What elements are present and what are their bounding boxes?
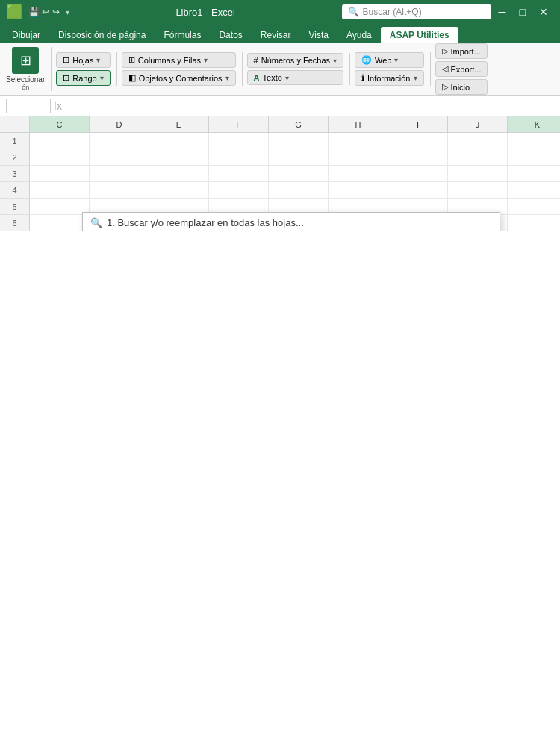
export-icon: ◁ — [442, 64, 448, 74]
texto-button[interactable]: A Texto ▾ — [247, 70, 343, 85]
table-row: 3 — [0, 166, 560, 182]
ribbon-group-import: ▷ Import... ◁ Export... ▷ Inicio — [435, 43, 491, 95]
dropdown-search-icon: 🔍 — [90, 217, 102, 228]
formula-divider: fx — [54, 100, 62, 112]
col-header-k[interactable]: K — [508, 116, 560, 132]
hojas-chevron: ▾ — [96, 56, 100, 64]
ribbon-tabs: Dibujar Disposición de página Fórmulas D… — [0, 24, 560, 43]
import-button[interactable]: ▷ Import... — [435, 43, 488, 59]
col-header-f[interactable]: F — [209, 116, 269, 132]
cell-c1[interactable] — [30, 133, 90, 149]
cell-h1[interactable] — [329, 133, 388, 149]
tab-ayuda[interactable]: Ayuda — [337, 27, 381, 43]
col-header-i[interactable]: I — [388, 116, 448, 132]
ribbon: ⊞ Seleccionar ón ⊞ Hojas ▾ ⊟ Rango ▾ ⊞ C… — [0, 43, 560, 96]
tab-formulas[interactable]: Fórmulas — [155, 27, 210, 43]
hojas-button[interactable]: ⊞ Hojas ▾ — [56, 52, 110, 68]
col-header-c[interactable]: C — [30, 116, 90, 132]
texto-chevron: ▾ — [285, 74, 289, 82]
informacion-icon: ℹ — [361, 73, 364, 83]
numeros-icon: # — [254, 56, 258, 65]
table-row: 2 — [0, 149, 560, 166]
row-num-3: 3 — [0, 166, 30, 182]
inicio-button[interactable]: ▷ Inicio — [435, 79, 488, 95]
seleccionar-icon: ⊞ — [12, 47, 39, 74]
informacion-chevron: ▾ — [414, 74, 417, 82]
row-num-2: 2 — [0, 149, 30, 166]
cell-j1[interactable] — [448, 133, 508, 149]
cell-d1[interactable] — [90, 133, 149, 149]
rango-button[interactable]: ⊟ Rango ▾ — [56, 70, 110, 86]
objetos-chevron: ▾ — [225, 74, 229, 82]
tab-revisar[interactable]: Revisar — [252, 27, 300, 43]
search-bar[interactable]: 🔍 Buscar (Alt+Q) — [342, 4, 491, 19]
col-header-h[interactable]: H — [329, 116, 388, 132]
numeros-chevron: ▾ — [333, 57, 337, 65]
col-header-row: C D E F G H I J K — [0, 116, 560, 133]
name-box[interactable] — [6, 99, 51, 113]
row-num-5: 5 — [0, 199, 30, 215]
ribbon-group-numeros: # Números y Fechas ▾ A Texto ▾ — [247, 53, 350, 85]
title-bar-right: 🔍 Buscar (Alt+Q) ─ □ ✕ — [342, 4, 554, 19]
seleccionar-subtitle: ón — [22, 84, 29, 91]
cell-f1[interactable] — [209, 133, 269, 149]
ribbon-group-web: 🌐 Web ▾ ℹ Información ▾ — [355, 52, 430, 86]
row-num-1: 1 — [0, 133, 30, 149]
search-placeholder: Buscar (Alt+Q) — [363, 7, 422, 17]
cell-k1[interactable] — [508, 133, 560, 149]
cell-e1[interactable] — [149, 133, 209, 149]
rango-chevron: ▾ — [100, 74, 104, 82]
row-num-4: 4 — [0, 182, 30, 199]
maximize-button[interactable]: □ — [514, 4, 532, 19]
ribbon-group-seleccionar: ⊞ Seleccionar ón — [6, 47, 52, 91]
columnas-chevron: ▾ — [204, 56, 208, 64]
tab-asap-utilities[interactable]: ASAP Utilities — [381, 27, 458, 43]
row-num-col-header — [0, 116, 30, 132]
inicio-icon: ▷ — [442, 82, 448, 92]
formula-bar: fx — [0, 96, 560, 116]
spreadsheet-area: C D E F G H I J K 1 2 3 4 5 6 🔍 1. Busca… — [0, 116, 560, 231]
columnas-icon: ⊞ — [128, 55, 135, 65]
col-header-e[interactable]: E — [149, 116, 209, 132]
web-icon: 🌐 — [361, 55, 372, 65]
cell-i1[interactable] — [388, 133, 448, 149]
tab-datos[interactable]: Datos — [210, 27, 251, 43]
title-chevron: ▾ — [66, 8, 69, 16]
close-button[interactable]: ✕ — [533, 4, 554, 19]
web-button[interactable]: 🌐 Web ▾ — [355, 52, 423, 68]
hojas-icon: ⊞ — [63, 55, 69, 65]
objetos-icon: ◧ — [128, 73, 136, 83]
export-button[interactable]: ◁ Export... — [435, 61, 488, 77]
table-row: 4 — [0, 182, 560, 199]
seleccionar-label: Seleccionar — [6, 75, 45, 84]
row-num-6: 6 — [0, 215, 30, 231]
cell-g1[interactable] — [269, 133, 329, 149]
col-header-d[interactable]: D — [90, 116, 149, 132]
numeros-button[interactable]: # Números y Fechas ▾ — [247, 53, 343, 68]
rango-icon: ⊟ — [63, 73, 69, 83]
tab-dibujar[interactable]: Dibujar — [3, 27, 49, 43]
dropdown-search-row: 🔍 1. Buscar y/o reemplazar en todas las … — [83, 213, 500, 231]
col-header-g[interactable]: G — [269, 116, 329, 132]
search-icon: 🔍 — [348, 7, 359, 17]
columnas-button[interactable]: ⊞ Columnas y Filas ▾ — [122, 52, 236, 68]
title-bar: 🟩 💾 ↩ ↪ ▾ Libro1 - Excel 🔍 Buscar (Alt+Q… — [0, 0, 560, 24]
col-header-j[interactable]: J — [448, 116, 508, 132]
tab-disposicion[interactable]: Disposición de página — [49, 27, 155, 43]
dropdown-menu: 🔍 1. Buscar y/o reemplazar en todas las … — [82, 212, 500, 231]
workbook-title: Libro1 - Excel — [75, 7, 336, 18]
informacion-button[interactable]: ℹ Información ▾ — [355, 70, 423, 86]
web-chevron: ▾ — [394, 56, 398, 64]
table-row: 1 — [0, 133, 560, 149]
dropdown-search-text[interactable]: 1. Buscar y/o reemplazar en todas las ho… — [107, 217, 492, 228]
ribbon-group-columnas: ⊞ Columnas y Filas ▾ ◧ Objetos y Comenta… — [122, 52, 243, 86]
import-icon: ▷ — [442, 46, 448, 56]
texto-icon: A — [254, 73, 260, 82]
ribbon-group-hojas-rango: ⊞ Hojas ▾ ⊟ Rango ▾ — [56, 52, 116, 86]
tab-vista[interactable]: Vista — [300, 27, 337, 43]
quick-access-toolbar: 💾 ↩ ↪ — [28, 7, 60, 17]
minimize-button[interactable]: ─ — [493, 4, 512, 19]
objetos-button[interactable]: ◧ Objetos y Comentarios ▾ — [122, 70, 236, 86]
excel-icon: 🟩 — [6, 4, 22, 20]
